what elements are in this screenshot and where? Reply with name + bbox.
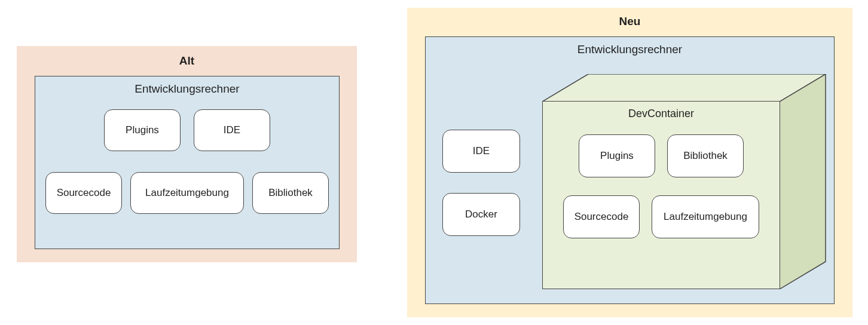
- alt-machine: Entwicklungsrechner Plugins IDE Sourceco…: [35, 76, 340, 249]
- neu-title: Neu: [407, 8, 852, 28]
- box-ide: IDE: [194, 109, 270, 151]
- devcontainer-cuboid: DevContainer Plugins Bibliothek Sourceco…: [542, 74, 826, 295]
- box-runtime: Laufzeitumgebung: [652, 195, 759, 238]
- neu-machine: Entwicklungsrechner IDE Docker DevContai…: [425, 36, 835, 304]
- box-sourcecode: Sourcecode: [45, 172, 122, 214]
- devcontainer-title: DevContainer: [543, 102, 780, 120]
- devcontainer-row-2: Sourcecode Laufzeitumgebung: [563, 195, 759, 238]
- box-docker: Docker: [442, 193, 520, 236]
- alt-title: Alt: [17, 46, 357, 68]
- box-runtime: Laufzeitumgebung: [130, 172, 244, 214]
- devcontainer-grid: Plugins Bibliothek Sourcecode Laufzeitum…: [543, 134, 780, 238]
- devcontainer-row-1: Plugins Bibliothek: [579, 134, 744, 177]
- box-library: Bibliothek: [667, 134, 744, 177]
- devcontainer-front-face: DevContainer Plugins Bibliothek Sourceco…: [542, 101, 780, 289]
- alt-machine-title: Entwicklungsrechner: [35, 76, 339, 96]
- neu-machine-title: Entwicklungsrechner: [426, 37, 834, 56]
- alt-panel: Alt Entwicklungsrechner Plugins IDE Sour…: [17, 46, 357, 262]
- box-plugins: Plugins: [104, 109, 181, 151]
- box-plugins: Plugins: [579, 134, 655, 177]
- box-library: Bibliothek: [252, 172, 329, 214]
- devcontainer-side-face: [780, 74, 826, 289]
- neu-left-column: IDE Docker: [442, 130, 520, 236]
- box-sourcecode: Sourcecode: [563, 195, 640, 238]
- neu-panel: Neu Entwicklungsrechner IDE Docker DevCo…: [407, 8, 852, 317]
- alt-row-1: Plugins IDE: [35, 109, 339, 151]
- alt-row-2: Sourcecode Laufzeitumgebung Bibliothek: [35, 172, 339, 214]
- svg-marker-1: [780, 74, 826, 289]
- box-ide: IDE: [442, 130, 520, 173]
